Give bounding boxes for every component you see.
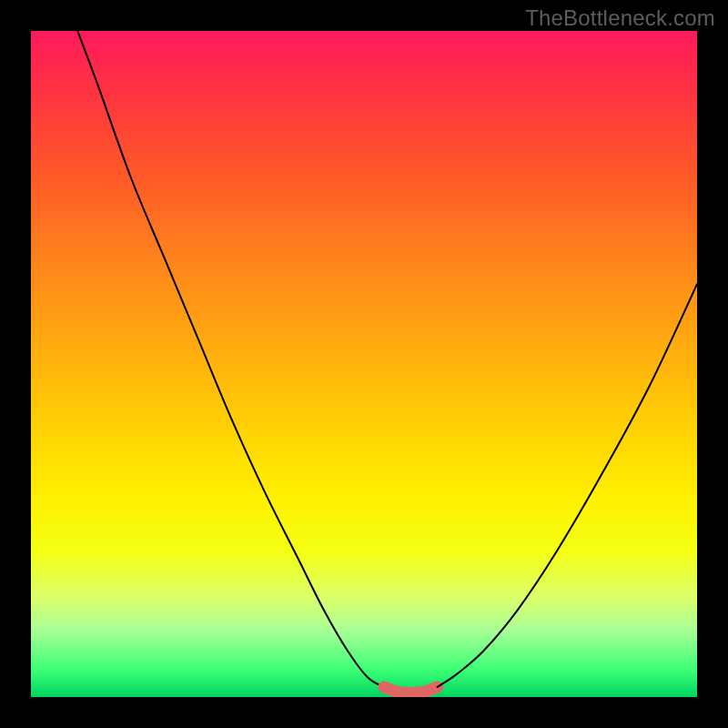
curve-canvas [31,31,697,697]
plot-area [31,31,697,697]
left-curve-path [77,31,384,687]
watermark-text: TheBottleneck.com [525,5,715,31]
right-curve-path [438,284,698,687]
chart-frame: TheBottleneck.com [0,0,728,728]
trough-band-path [384,687,438,693]
